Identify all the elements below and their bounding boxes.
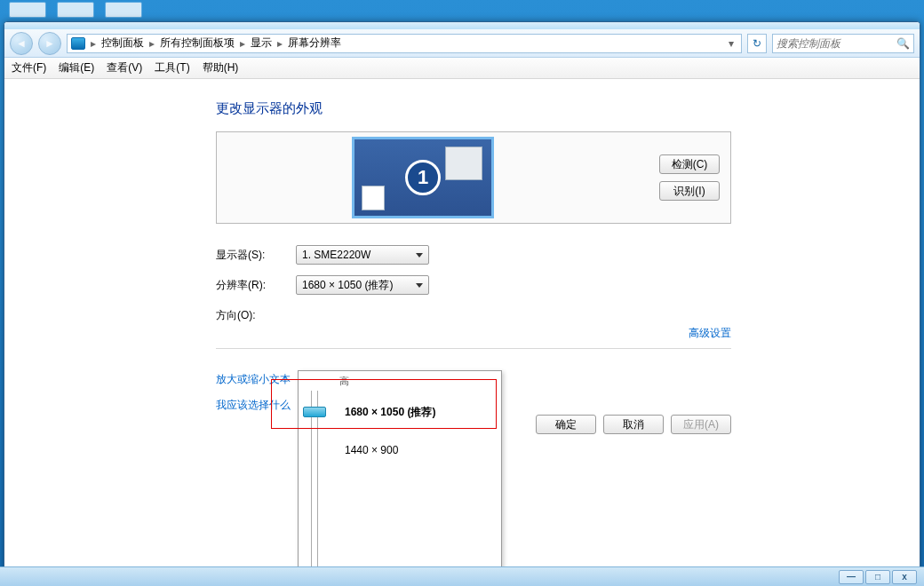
identify-button[interactable]: 识别(I): [659, 181, 720, 201]
minimize-button-dup[interactable]: —: [839, 570, 864, 584]
resolution-dropdown[interactable]: 高 1680 × 1050 (推荐) 1440 × 900 1280 × 800: [298, 370, 502, 582]
chevron-right-icon: ▸: [277, 37, 283, 50]
resolution-combo[interactable]: 1680 × 1050 (推荐): [296, 275, 429, 295]
chevron-right-icon: ▸: [240, 37, 245, 50]
back-button[interactable]: ◄: [10, 32, 33, 55]
menubar: 文件(F) 编辑(E) 查看(V) 工具(T) 帮助(H): [4, 58, 920, 79]
taskbar-icon[interactable]: [57, 2, 94, 18]
search-input[interactable]: [777, 37, 883, 50]
menu-file[interactable]: 文件(F): [12, 60, 46, 75]
slider-top-label: 高: [339, 375, 349, 388]
search-box[interactable]: 🔍: [772, 34, 914, 53]
separator: [216, 348, 731, 349]
menu-edit[interactable]: 编辑(E): [59, 60, 94, 75]
resolution-option-selected[interactable]: 1680 × 1050 (推荐): [345, 405, 435, 420]
resolution-slider-track[interactable]: [311, 391, 318, 582]
resolution-label: 分辨率(R):: [216, 278, 296, 293]
orientation-label: 方向(O):: [216, 308, 296, 323]
preview-window-icon: [445, 146, 482, 180]
maximize-button-dup[interactable]: □: [865, 570, 890, 584]
chevron-right-icon: ▸: [149, 37, 155, 50]
chevron-down-icon: [416, 253, 423, 257]
monitor-number: 1: [405, 160, 441, 195]
advanced-settings-link[interactable]: 高级设置: [689, 326, 731, 341]
chevron-right-icon: ▸: [91, 37, 96, 50]
menu-help[interactable]: 帮助(H): [203, 60, 239, 75]
close-button-dup[interactable]: x: [892, 570, 917, 584]
resolution-combo-value: 1680 × 1050 (推荐): [302, 278, 393, 293]
addr-dropdown-icon[interactable]: ▾: [725, 37, 737, 50]
detect-button[interactable]: 检测(C): [659, 154, 720, 174]
titlebar: [4, 22, 920, 29]
apply-button[interactable]: 应用(A): [671, 415, 731, 434]
monitor-preview[interactable]: 1: [352, 137, 494, 218]
taskbar-icon[interactable]: [105, 2, 142, 18]
chevron-down-icon: [416, 283, 423, 288]
breadcrumb[interactable]: 控制面板: [101, 36, 144, 51]
content-area: 更改显示器的外观 1 检测(C) 识别(I) 显示器(S): 1. SME222…: [4, 79, 920, 582]
control-panel-icon: [71, 37, 85, 50]
forward-button[interactable]: ►: [38, 32, 61, 55]
preview-window-icon: [362, 186, 385, 210]
taskbar-icon[interactable]: [9, 2, 46, 18]
resolution-slider-thumb[interactable]: [303, 407, 326, 417]
address-bar[interactable]: ▸ 控制面板 ▸ 所有控制面板项 ▸ 显示 ▸ 屏幕分辨率 ▾: [67, 34, 742, 53]
resolution-option[interactable]: 1440 × 900: [345, 444, 398, 456]
breadcrumb[interactable]: 屏幕分辨率: [288, 36, 341, 51]
display-label: 显示器(S):: [216, 248, 296, 263]
display-combo[interactable]: 1. SME2220W: [296, 245, 429, 265]
search-icon: 🔍: [896, 37, 910, 50]
refresh-button[interactable]: ↻: [747, 34, 767, 53]
page-heading: 更改显示器的外观: [216, 100, 731, 117]
menu-view[interactable]: 查看(V): [107, 60, 142, 75]
monitor-preview-box: 1 检测(C) 识别(I): [216, 131, 731, 224]
breadcrumb[interactable]: 所有控制面板项: [160, 36, 235, 51]
cancel-button[interactable]: 取消: [603, 415, 664, 434]
ok-button[interactable]: 确定: [536, 415, 596, 434]
navbar: ◄ ► ▸ 控制面板 ▸ 所有控制面板项 ▸ 显示 ▸ 屏幕分辨率 ▾ ↻ 🔍: [4, 29, 920, 58]
explorer-window: ◄ ► ▸ 控制面板 ▸ 所有控制面板项 ▸ 显示 ▸ 屏幕分辨率 ▾ ↻ 🔍 …: [4, 21, 920, 582]
menu-tools[interactable]: 工具(T): [155, 60, 189, 75]
breadcrumb[interactable]: 显示: [251, 36, 272, 51]
bottom-taskbar: — □ x: [0, 566, 924, 586]
display-combo-value: 1. SME2220W: [302, 249, 370, 261]
